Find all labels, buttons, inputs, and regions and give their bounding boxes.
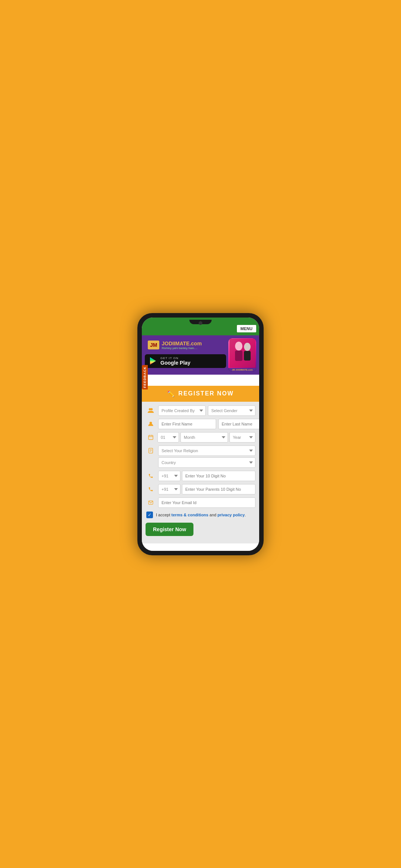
- privacy-policy-link[interactable]: privacy policy: [218, 513, 245, 517]
- last-name-input[interactable]: [218, 419, 259, 429]
- checkbox-checkmark: ✓: [148, 513, 151, 517]
- pencil-icon: ✏️: [167, 390, 175, 397]
- phone-screen: MENU FEEDBACK JM JODIIMATE.com Rishtey y…: [142, 318, 259, 551]
- religion-icon: [146, 445, 156, 456]
- svg-rect-9: [149, 435, 153, 439]
- menu-button[interactable]: MENU: [237, 325, 256, 332]
- phone-frame: MENU FEEDBACK JM JODIIMATE.com Rishtey y…: [137, 313, 264, 555]
- form-area: Profile Created By Self Parents Sibling …: [142, 402, 259, 543]
- svg-rect-13: [149, 448, 153, 453]
- dob-row: 010203 Month JanuaryFebruaryMarch AprilM…: [146, 432, 255, 443]
- logo-section: JM JODIIMATE.com Rishtey yahi bantey hai…: [145, 338, 226, 372]
- parent-phone-icon: [146, 484, 156, 494]
- calendar-icon: [146, 432, 156, 443]
- google-play-text: GET IT ON Google Play: [160, 356, 190, 366]
- email-row: [146, 497, 255, 508]
- day-select[interactable]: 010203: [157, 432, 179, 443]
- register-now-button[interactable]: Register Now: [146, 523, 193, 536]
- mockup-bottom: JM JODIIMATE.com: [228, 368, 256, 372]
- svg-rect-5: [244, 351, 251, 361]
- register-header: ✏️ REGISTER NOW: [142, 386, 259, 402]
- jm-badge: JM: [148, 341, 159, 349]
- brand-tagline: Rishtey yahi bantey hain....: [162, 346, 202, 350]
- phone-row: +91+1+44: [146, 471, 255, 481]
- terms-conditions-link[interactable]: terms & conditions: [172, 513, 209, 517]
- banner-area: FEEDBACK JM JODIIMATE.com Rishtey yahi b…: [142, 335, 259, 375]
- feedback-tab[interactable]: FEEDBACK: [142, 365, 148, 389]
- play-store-icon: [149, 356, 157, 365]
- logo-box: JM JODIIMATE.com Rishtey yahi bantey hai…: [145, 338, 226, 352]
- svg-marker-0: [150, 357, 156, 365]
- svg-point-4: [244, 343, 251, 351]
- svg-point-7: [150, 408, 153, 410]
- svg-rect-3: [235, 351, 242, 361]
- banner-content: JM JODIIMATE.com Rishtey yahi bantey hai…: [145, 338, 256, 372]
- religion-selects: Select Your Religion HinduMuslimChristia…: [158, 445, 255, 468]
- person-icon: [146, 419, 156, 429]
- phone-input-group: +91+1+44: [158, 471, 255, 481]
- phone-mockup: JM JODIIMATE.com: [228, 338, 256, 372]
- parent-phone-row: +91+1+44: [146, 484, 255, 494]
- white-space: [142, 375, 259, 386]
- terms-checkbox[interactable]: ✓: [146, 512, 153, 518]
- phone-input[interactable]: [182, 471, 255, 481]
- mockup-image: [228, 338, 256, 368]
- country-select[interactable]: Country IndiaUSAUK: [158, 457, 255, 468]
- bottom-white: [142, 543, 259, 551]
- email-icon: [146, 497, 156, 508]
- register-title: REGISTER NOW: [178, 390, 234, 397]
- phone-camera: [199, 321, 202, 325]
- profile-icon: [146, 405, 156, 416]
- phone-country-code-select[interactable]: +91+1+44: [158, 471, 180, 481]
- google-play-label: Google Play: [160, 360, 190, 366]
- terms-row: ✓ I accept terms & conditions and privac…: [146, 512, 255, 518]
- month-select[interactable]: Month JanuaryFebruaryMarch AprilMayJune …: [180, 432, 228, 443]
- religion-country-row: Select Your Religion HinduMuslimChristia…: [146, 445, 255, 468]
- parent-phone-country-code-select[interactable]: +91+1+44: [158, 484, 180, 494]
- year-select[interactable]: Year 2000199519901985: [229, 432, 255, 443]
- parent-phone-input[interactable]: [182, 484, 255, 494]
- profile-created-by-select[interactable]: Profile Created By Self Parents Sibling …: [158, 405, 206, 416]
- mockup-logo-text: JM JODIIMATE.com: [230, 369, 255, 371]
- brand-name: JODIIMATE.com: [162, 341, 202, 346]
- get-it-on-label: GET IT ON: [160, 356, 190, 360]
- phone-icon: [146, 471, 156, 481]
- brand-name-block: JODIIMATE.com Rishtey yahi bantey hain..…: [162, 341, 202, 350]
- first-name-input[interactable]: [158, 419, 216, 429]
- google-play-button[interactable]: GET IT ON Google Play: [145, 354, 226, 368]
- svg-point-2: [235, 342, 242, 351]
- email-input[interactable]: [158, 497, 255, 508]
- terms-text: I accept terms & conditions and privacy …: [156, 513, 246, 517]
- profile-gender-row: Profile Created By Self Parents Sibling …: [146, 405, 255, 416]
- religion-select[interactable]: Select Your Religion HinduMuslimChristia…: [158, 445, 255, 456]
- parent-phone-input-group: +91+1+44: [158, 484, 255, 494]
- gender-select[interactable]: Select Gender Male Female Other: [208, 405, 255, 416]
- date-selects: 010203 Month JanuaryFebruaryMarch AprilM…: [157, 432, 255, 443]
- name-row: [146, 419, 255, 429]
